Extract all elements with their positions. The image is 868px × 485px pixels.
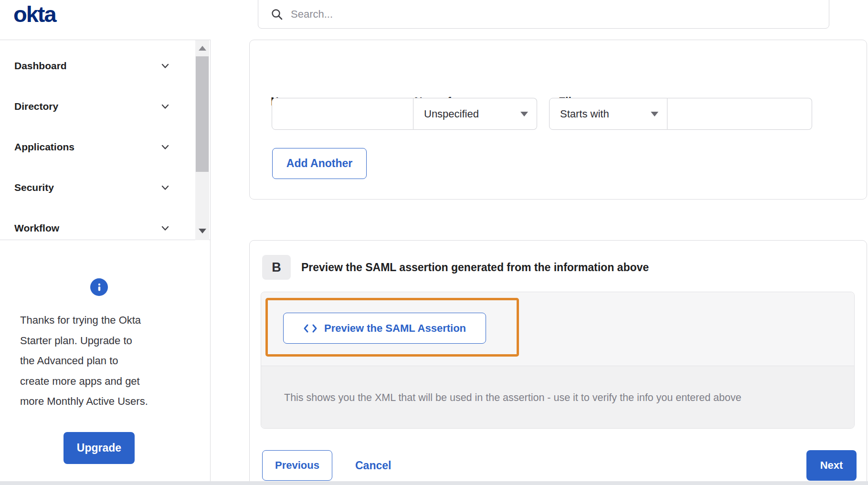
preview-hint-section: This shows you the XML that will be used… <box>261 366 854 429</box>
upgrade-button[interactable]: Upgrade <box>64 432 135 464</box>
previous-button[interactable]: Previous <box>262 450 332 481</box>
chevron-down-icon <box>159 101 171 112</box>
name-input[interactable] <box>272 98 413 130</box>
next-button[interactable]: Next <box>806 450 857 481</box>
preview-saml-assertion-button[interactable]: Preview the SAML Assertion <box>283 313 486 344</box>
chevron-down-icon <box>159 222 171 234</box>
upgrade-message: Thanks for trying the Okta Starter plan.… <box>20 310 168 412</box>
preview-saml-card: B Preview the SAML assertion generated f… <box>249 240 867 483</box>
preview-hint-text: This shows you the XML that will be used… <box>284 392 741 404</box>
scroll-down-icon[interactable] <box>199 229 206 233</box>
viewport-bottom-band <box>0 481 868 485</box>
sidebar-nav: Dashboard Directory Applications Securit… <box>0 40 210 240</box>
preview-button-section: Preview the SAML Assertion <box>261 292 854 366</box>
search-placeholder: Search... <box>291 8 333 21</box>
chevron-down-icon <box>159 141 171 153</box>
upgrade-message-line: more Monthly Active Users. <box>20 391 168 412</box>
sidebar-item-workflow[interactable]: Workflow <box>0 208 210 240</box>
okta-admin-page: okta Search... Dashboard Directory Appli… <box>0 0 868 485</box>
step-b-badge: B <box>262 255 291 280</box>
sidebar-item-security[interactable]: Security <box>0 167 210 208</box>
upgrade-message-line: Starter plan. Upgrade to <box>20 331 168 351</box>
filter-operator-value: Starts with <box>560 108 609 120</box>
chevron-down-icon <box>159 60 171 72</box>
sidebar-scrollbar[interactable] <box>195 40 209 240</box>
preview-button-label: Preview the SAML Assertion <box>324 322 466 335</box>
name-format-select[interactable]: Unspecified <box>413 98 537 130</box>
upgrade-message-line: the Advanced plan to <box>20 351 168 371</box>
preview-panel: Preview the SAML Assertion This shows yo… <box>261 292 855 429</box>
upgrade-message-line: create more apps and get <box>20 371 168 392</box>
sidebar-item-dashboard[interactable]: Dashboard <box>0 45 210 86</box>
search-icon <box>271 8 283 21</box>
info-icon <box>90 278 108 296</box>
sidebar-divider <box>210 40 211 485</box>
add-another-button[interactable]: Add Another <box>272 148 367 179</box>
filter-value-input[interactable] <box>667 98 812 130</box>
chevron-down-icon <box>159 182 171 193</box>
upgrade-message-line: Thanks for trying the Okta <box>20 310 168 331</box>
scroll-up-icon[interactable] <box>199 46 206 51</box>
filter-operator-select[interactable]: Starts with <box>549 98 667 130</box>
search-bar[interactable]: Search... <box>258 0 829 29</box>
sidebar-item-applications[interactable]: Applications <box>0 127 210 167</box>
attribute-form-card: Name Name format (optional) Filter Unspe… <box>249 40 867 200</box>
cancel-link[interactable]: Cancel <box>345 450 402 481</box>
sidebar-item-directory[interactable]: Directory <box>0 86 210 127</box>
dropdown-caret-icon <box>520 112 528 116</box>
name-format-value: Unspecified <box>424 108 479 120</box>
dropdown-caret-icon <box>651 112 658 116</box>
okta-logo: okta <box>13 1 56 27</box>
scrollbar-thumb[interactable] <box>196 56 209 172</box>
step-b-title: Preview the SAML assertion generated fro… <box>301 255 649 280</box>
code-icon <box>303 323 318 334</box>
